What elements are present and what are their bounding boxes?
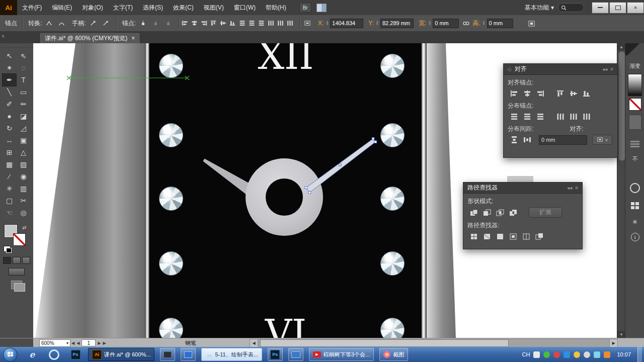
symbol-sprayer-tool[interactable]: ✳: [3, 183, 16, 195]
slice-tool[interactable]: ✂: [17, 195, 30, 207]
distribute-bottom-button[interactable]: [257, 19, 266, 28]
tray-icon[interactable]: [594, 351, 600, 358]
distribute-middle-button[interactable]: [248, 19, 256, 28]
draw-inside-mode-button[interactable]: [22, 257, 30, 264]
align-to-dropdown[interactable]: [302, 18, 313, 28]
panel-menu-icon[interactable]: ≡: [575, 185, 578, 191]
width-input[interactable]: [433, 19, 459, 28]
tray-icon[interactable]: [543, 351, 550, 358]
none-swatch[interactable]: [629, 98, 641, 111]
perspective-grid-tool[interactable]: △: [17, 146, 30, 158]
distribute-right-button[interactable]: [580, 112, 593, 121]
distribute-bottom-button[interactable]: [534, 112, 547, 121]
merge-button[interactable]: [494, 231, 507, 241]
scroll-left-button[interactable]: ◀: [250, 339, 258, 347]
menu-select[interactable]: 选择(S): [138, 0, 168, 15]
lasso-tool[interactable]: ◌: [17, 62, 30, 74]
photoshop-launcher-icon[interactable]: Ps: [68, 348, 83, 360]
anchor-point[interactable]: [372, 138, 374, 140]
bridge-icon[interactable]: Br: [299, 3, 311, 13]
taskbar-button-photoshop[interactable]: Ps: [268, 348, 283, 361]
next-artboard-button[interactable]: ▶: [98, 341, 101, 345]
scale-tool[interactable]: ◿: [17, 122, 30, 134]
scroll-right-button[interactable]: ▶: [609, 339, 618, 347]
pencil-tool[interactable]: ✏: [17, 98, 30, 110]
width-tool[interactable]: ↔: [3, 134, 16, 146]
artboard-tool[interactable]: ▢: [3, 195, 16, 207]
browser-icon[interactable]: [47, 348, 61, 360]
panel-drag-handle[interactable]: ∙∙∙∙: [0, 43, 33, 48]
x-input[interactable]: [330, 19, 363, 28]
anchor-point[interactable]: [374, 141, 377, 143]
crop-button[interactable]: [507, 231, 520, 241]
x-stepper[interactable]: ▲▼: [326, 21, 329, 26]
align-middle-button[interactable]: [567, 88, 580, 98]
anchor-point[interactable]: [308, 192, 311, 194]
transform-options-button[interactable]: [526, 18, 537, 28]
hide-handles-button[interactable]: [100, 18, 111, 28]
scroll-down-button[interactable]: ▼: [617, 331, 625, 338]
divide-button[interactable]: [467, 231, 480, 241]
shape-builder-tool[interactable]: ⊞: [3, 146, 16, 158]
draw-normal-mode-button[interactable]: [3, 257, 11, 264]
show-handles-button[interactable]: [88, 18, 99, 28]
trim-button[interactable]: [480, 231, 494, 241]
taskbar-button-screenshot[interactable]: 截图: [379, 348, 408, 361]
distribute-center-button[interactable]: [276, 19, 285, 28]
tray-icon[interactable]: [574, 351, 580, 358]
distribute-top-button[interactable]: [508, 112, 521, 121]
stroke-panel-icon[interactable]: [630, 183, 640, 193]
ime-indicator[interactable]: CH: [522, 351, 530, 357]
taskbar-button-computer[interactable]: [181, 348, 196, 361]
align-panel-header[interactable]: ◇ 对齐 ◂◂ ≡: [504, 64, 617, 75]
align-right-button[interactable]: [200, 19, 208, 28]
menu-view[interactable]: 视图(V): [199, 0, 229, 15]
tray-icon[interactable]: [564, 351, 570, 358]
dock-collapse-button[interactable]: [625, 43, 644, 55]
distribute-left-button[interactable]: [554, 112, 567, 121]
taskbar-button-illustrator[interactable]: Ai 课件.ai* @ 600%...: [88, 348, 154, 361]
type-tool[interactable]: T: [17, 74, 30, 86]
menu-effect[interactable]: 效果(C): [168, 0, 199, 15]
blend-tool[interactable]: ◉: [17, 170, 30, 183]
minus-back-button[interactable]: [533, 231, 546, 241]
tab-close-icon[interactable]: ×: [131, 35, 135, 42]
direct-selection-tool[interactable]: ⇖: [17, 50, 30, 62]
intersect-button[interactable]: [494, 208, 507, 217]
swatches-panel-icon[interactable]: [630, 141, 639, 147]
align-center-button[interactable]: [521, 88, 534, 98]
align-middle-button[interactable]: [219, 19, 227, 28]
align-left-button[interactable]: [181, 19, 189, 28]
width-stepper[interactable]: ▲▼: [428, 21, 431, 26]
distribute-top-button[interactable]: [238, 19, 247, 28]
minute-hand-selected-path[interactable]: [306, 139, 375, 193]
taskbar-button-window[interactable]: [160, 348, 175, 361]
eyedropper-tool[interactable]: ∕: [3, 170, 16, 183]
previous-artboard-button[interactable]: ◀: [76, 341, 79, 345]
align-top-button[interactable]: [554, 88, 567, 98]
add-anchor-button[interactable]: [150, 18, 161, 28]
distribute-center-button[interactable]: [567, 112, 580, 121]
menu-file[interactable]: 文件(F): [17, 0, 47, 15]
align-top-button[interactable]: [209, 19, 218, 28]
zoom-tool[interactable]: ◎: [17, 207, 30, 219]
expand-button[interactable]: 扩展: [529, 207, 562, 218]
anchor-point[interactable]: [305, 187, 307, 189]
rotate-tool[interactable]: ↻: [3, 122, 16, 134]
horizontal-spacing-button[interactable]: [521, 135, 534, 145]
unite-button[interactable]: [467, 208, 480, 217]
tab-chevrons-icon[interactable]: «: [1, 35, 7, 38]
magic-wand-tool[interactable]: ✶: [3, 62, 16, 74]
mesh-tool[interactable]: ▦: [3, 158, 16, 170]
selection-tool[interactable]: ↖: [3, 50, 16, 62]
horizontal-scrollbar-thumb[interactable]: [260, 339, 509, 347]
info-panel-icon[interactable]: i: [631, 233, 639, 241]
search-box[interactable]: [558, 3, 584, 12]
default-colors-icon[interactable]: [4, 246, 11, 252]
tray-icon[interactable]: [604, 351, 610, 358]
swap-colors-icon[interactable]: ⇄: [22, 225, 26, 230]
taskbar-button-player[interactable]: ▶ 棕榈树下等3个会...: [309, 348, 374, 361]
spacing-value-input[interactable]: [539, 135, 587, 145]
remove-anchor-button[interactable]: [163, 18, 174, 28]
height-stepper[interactable]: ▲▼: [482, 21, 486, 26]
